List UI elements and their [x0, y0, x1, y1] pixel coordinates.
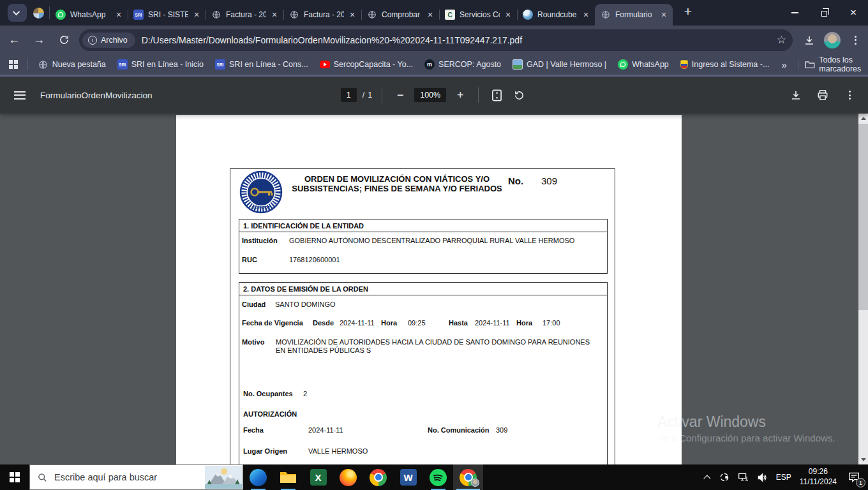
taskbar-search-input[interactable]: Escribe aquí para buscar	[29, 464, 243, 490]
tab-search-button[interactable]	[8, 4, 27, 22]
search-placeholder: Escribe aquí para buscar	[54, 472, 157, 482]
forward-button[interactable]: →	[28, 29, 50, 51]
taskbar-chrome-active[interactable]	[453, 464, 483, 490]
bookmark-sri-inicio[interactable]: SRI SRI en Línea - Inicio	[117, 59, 204, 70]
taskbar-firefox[interactable]	[333, 464, 363, 490]
language-indicator[interactable]: ESP	[776, 473, 791, 482]
bookmark-label: SRI en Línea - Inicio	[131, 60, 204, 69]
sri-icon: SRI	[133, 10, 144, 20]
tab-servicios[interactable]: C Servicios Co ×	[439, 4, 517, 26]
rotate-button[interactable]	[511, 87, 527, 103]
site-info-chip[interactable]: i Archivo	[82, 33, 135, 48]
browser-toolbar: ← → i Archivo D:/Users/Master/Downloads/…	[0, 26, 868, 54]
tab-label: Comprobar	[382, 10, 422, 19]
close-icon[interactable]: ×	[114, 10, 124, 20]
network-icon[interactable]	[738, 473, 749, 482]
minimize-button[interactable]	[780, 0, 809, 26]
bookmark-label: WhatsApp	[632, 60, 669, 69]
url-text[interactable]: D:/Users/Master/Downloads/FormularioOrde…	[142, 35, 772, 45]
pdf-menu-icon[interactable]	[14, 91, 26, 100]
bookmark-star-icon[interactable]: ☆	[777, 33, 786, 47]
page-number-input[interactable]: 1	[341, 88, 357, 102]
close-icon[interactable]: ×	[269, 10, 280, 20]
bookmark-sercop-agosto[interactable]: m SERCOP: Agosto	[424, 59, 501, 70]
chip-label: Archivo	[101, 36, 128, 45]
reload-button[interactable]	[53, 29, 75, 51]
scrollbar-thumb[interactable]	[858, 124, 868, 310]
bookmark-whatsapp[interactable]: WhatsApp	[618, 59, 669, 70]
tab-formulario-active[interactable]: Formulario ×	[595, 4, 673, 26]
taskbar-word[interactable]: W	[393, 464, 423, 490]
bookmark-label: SercopCapacita - Yo...	[334, 60, 413, 69]
zoom-out-button[interactable]: −	[392, 87, 408, 103]
tray-chevron-up-icon[interactable]	[703, 475, 710, 482]
all-bookmarks[interactable]: Todos los marcadores	[793, 56, 862, 73]
tab-factura-2[interactable]: Factura - 20 ×	[283, 4, 361, 26]
bookmarks-overflow-button[interactable]: »	[781, 59, 786, 70]
maximize-button[interactable]	[809, 0, 839, 26]
volume-icon[interactable]	[757, 473, 768, 482]
pdf-download-button[interactable]	[788, 87, 804, 103]
chevron-down-icon	[13, 8, 20, 15]
tab-whatsapp[interactable]: WhatsApp ×	[50, 4, 128, 26]
vertical-scrollbar[interactable]	[858, 114, 868, 464]
new-tab-button[interactable]: +	[679, 3, 697, 20]
taskbar-clock[interactable]: 09:26 11/11/2024	[800, 467, 837, 487]
scroll-up-button[interactable]	[858, 114, 868, 123]
scroll-down-button[interactable]	[858, 455, 868, 464]
tab-factura-1[interactable]: Factura - 20 ×	[206, 4, 283, 26]
globe-icon	[601, 10, 611, 20]
taskbar-chrome[interactable]	[363, 464, 393, 490]
address-bar[interactable]: i Archivo D:/Users/Master/Downloads/Form…	[79, 29, 793, 51]
close-icon[interactable]: ×	[347, 10, 357, 20]
bookmark-ingreso-sistema[interactable]: Ingreso al Sistema -...	[680, 60, 770, 69]
image-icon	[513, 59, 523, 70]
close-icon[interactable]: ×	[191, 10, 202, 20]
globe-icon	[289, 10, 299, 20]
tab-comprobar[interactable]: Comprobar ×	[361, 4, 439, 26]
tab-label: SRI - SISTEM	[148, 10, 188, 19]
taskbar-edge[interactable]	[243, 464, 273, 490]
desde-label: Desde	[313, 319, 334, 327]
apps-grid-icon[interactable]	[9, 60, 18, 69]
tray-sync-icon[interactable]	[719, 472, 730, 482]
close-icon[interactable]: ×	[503, 10, 513, 20]
bookmark-label: Ingreso al Sistema -...	[692, 60, 770, 69]
institucion-value: GOBIERNO AUTÓNOMO DESCENTRALIZADO PARROQ…	[289, 237, 574, 244]
pdf-content-area[interactable]: ECUADOR ORDEN DE MOVILIZACIÓN CON VIÁTIC…	[0, 114, 868, 464]
taskbar-excel[interactable]: X	[303, 464, 333, 490]
pdf-actions	[788, 87, 858, 103]
pdf-document-title: FormularioOrdenMovilizacion	[40, 91, 153, 100]
vigencia-label: Fecha de Vigencia	[242, 319, 303, 327]
ocupantes-label: No. Ocupantes	[243, 390, 293, 397]
bookmark-sri-consultas[interactable]: SRI SRI en Línea - Cons...	[215, 59, 308, 70]
notification-center-button[interactable]: 1	[845, 468, 863, 486]
pdf-print-button[interactable]	[814, 87, 831, 103]
youtube-icon	[320, 61, 330, 68]
pdf-more-button[interactable]	[841, 87, 858, 103]
triangle-down-icon	[861, 458, 866, 461]
downloads-button[interactable]	[799, 30, 819, 50]
ciudad-value: SANTO DOMINGO	[275, 301, 336, 308]
taskbar-file-explorer[interactable]	[273, 464, 303, 490]
triangle-up-icon	[861, 117, 866, 120]
close-icon[interactable]: ×	[659, 10, 669, 20]
back-button[interactable]: ←	[3, 29, 25, 51]
weather-widget[interactable]	[205, 466, 242, 489]
zoom-in-button[interactable]: +	[452, 87, 468, 103]
bookmark-nueva-pestana[interactable]: Nueva pestaña	[38, 59, 106, 70]
pinned-tab[interactable]	[33, 8, 44, 19]
zoom-level-input[interactable]: 100%	[414, 88, 446, 102]
fit-to-page-button[interactable]	[488, 87, 505, 103]
bookmark-sercopcapacita[interactable]: SercopCapacita - Yo...	[320, 60, 413, 69]
close-window-button[interactable]: ×	[839, 0, 868, 26]
start-button[interactable]	[0, 464, 29, 490]
browser-menu-button[interactable]	[845, 30, 865, 50]
tab-sri[interactable]: SRI SRI - SISTEM ×	[128, 4, 206, 26]
tab-roundcube[interactable]: Roundcube ×	[517, 4, 595, 26]
taskbar-spotify[interactable]	[423, 464, 453, 490]
bookmark-gad-valle-hermoso[interactable]: GAD | Valle Hermoso |	[513, 59, 606, 70]
close-icon[interactable]: ×	[425, 10, 435, 20]
profile-avatar[interactable]	[822, 30, 842, 50]
close-icon[interactable]: ×	[581, 10, 591, 20]
